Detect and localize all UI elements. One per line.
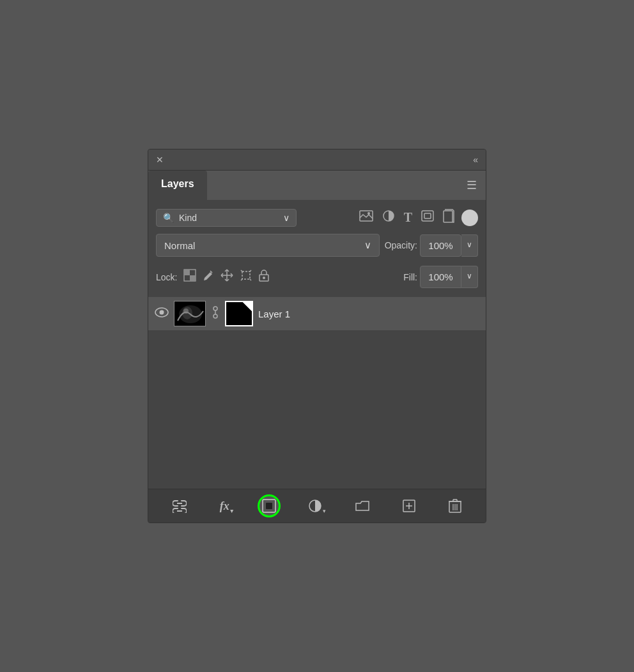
smartobject-filter-icon[interactable] <box>441 208 456 227</box>
svg-rect-38 <box>266 503 272 509</box>
svg-rect-4 <box>424 213 431 218</box>
fill-dropdown-arrow[interactable]: ∨ <box>461 266 478 288</box>
filter-row: 🔍 Kind ∨ T <box>156 208 478 227</box>
layer-effects-button[interactable]: fx ▾ <box>215 497 235 515</box>
title-bar: ✕ « <box>148 149 486 171</box>
close-button[interactable]: ✕ <box>156 155 164 165</box>
lock-artboard-icon[interactable] <box>240 269 252 285</box>
table-row[interactable]: Layer 1 <box>148 297 486 330</box>
kind-dropdown-arrow: ∨ <box>283 213 290 223</box>
svg-point-21 <box>263 277 265 279</box>
blend-mode-select[interactable]: Normal ∨ <box>156 234 380 257</box>
image-filter-icon[interactable] <box>357 209 375 226</box>
bottom-toolbar: fx ▾ ▾ <box>148 489 486 523</box>
fill-value[interactable]: 100% <box>420 266 461 288</box>
empty-canvas-area <box>148 332 486 459</box>
svg-point-29 <box>213 307 217 310</box>
layers-panel: ✕ « Layers ☰ 🔍 Kind ∨ <box>148 149 486 523</box>
blend-dropdown-arrow: ∨ <box>364 240 371 251</box>
fill-group: Fill: 100% ∨ <box>403 266 478 288</box>
filter-toggle[interactable] <box>461 210 478 226</box>
svg-point-1 <box>367 212 370 215</box>
layers-tab[interactable]: Layers <box>148 171 207 200</box>
opacity-dropdown-arrow[interactable]: ∨ <box>461 234 478 257</box>
svg-rect-7 <box>184 270 190 275</box>
layer-link-icon <box>211 305 220 322</box>
panel-content: 🔍 Kind ∨ T <box>148 200 486 489</box>
layer-name: Layer 1 <box>258 309 479 319</box>
collapse-button[interactable]: « <box>473 155 478 165</box>
svg-rect-3 <box>422 211 433 221</box>
panel-menu-button[interactable]: ☰ <box>458 171 486 200</box>
text-filter-icon[interactable]: T <box>402 209 414 226</box>
lock-all-icon[interactable] <box>259 269 269 285</box>
svg-point-30 <box>213 314 217 318</box>
tab-row: Layers ☰ <box>148 171 486 200</box>
filter-kind-select[interactable]: 🔍 Kind ∨ <box>156 209 297 227</box>
svg-rect-5 <box>444 211 452 222</box>
svg-rect-8 <box>190 275 196 281</box>
lock-transparency-icon[interactable] <box>183 269 196 285</box>
svg-rect-19 <box>242 271 250 279</box>
adjustment-button[interactable]: ▾ <box>303 496 327 515</box>
layer-visibility-icon[interactable] <box>155 307 169 321</box>
opacity-value[interactable]: 100% <box>420 234 461 257</box>
group-button[interactable] <box>350 497 375 515</box>
lock-row: Lock: <box>156 263 478 291</box>
delete-layer-button[interactable] <box>444 496 467 515</box>
filter-icons-group: T <box>302 208 478 227</box>
layer-mask-thumbnail <box>225 301 253 326</box>
layer-thumbnail <box>174 301 206 326</box>
link-layers-button[interactable] <box>167 496 192 515</box>
svg-point-23 <box>160 310 164 314</box>
shape-filter-icon[interactable] <box>419 209 436 226</box>
add-mask-button[interactable] <box>258 494 281 517</box>
new-layer-button[interactable] <box>398 497 421 515</box>
blend-row: Normal ∨ Opacity: 100% ∨ <box>156 234 478 257</box>
lock-position-icon[interactable] <box>220 269 233 285</box>
adjustment-filter-icon[interactable] <box>380 208 397 227</box>
lock-image-icon[interactable] <box>203 269 214 285</box>
search-icon: 🔍 <box>163 213 174 223</box>
layers-list: Layer 1 <box>148 297 486 489</box>
opacity-group: Opacity: 100% ∨ <box>385 234 478 257</box>
